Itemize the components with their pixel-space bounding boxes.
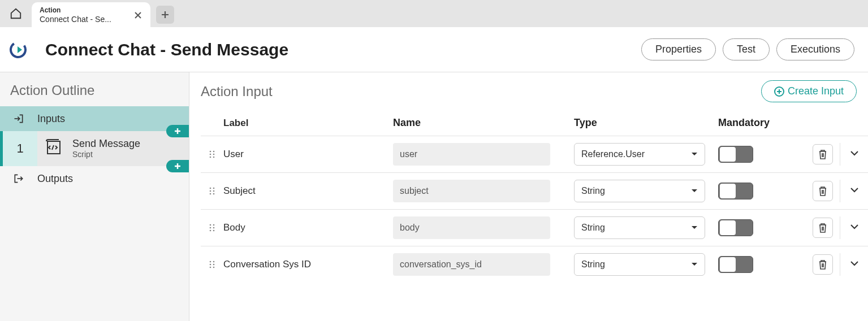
delete-row-button[interactable] xyxy=(813,218,833,238)
col-type: Type xyxy=(574,117,718,129)
row-type-select[interactable]: String xyxy=(574,253,705,276)
caret-down-icon xyxy=(691,262,698,267)
svg-point-23 xyxy=(213,264,215,266)
table-row: User Reference.User xyxy=(201,136,868,172)
mandatory-toggle[interactable] xyxy=(718,219,753,236)
tab-title: Connect Chat - Se... xyxy=(40,15,124,24)
outline-title: Action Outline xyxy=(0,72,189,106)
content: Action Outline Inputs 1 Send Message xyxy=(0,72,868,321)
svg-point-14 xyxy=(210,224,211,226)
expand-row-button[interactable] xyxy=(844,253,865,274)
svg-point-22 xyxy=(210,264,211,266)
drag-handle[interactable] xyxy=(201,150,223,158)
svg-point-13 xyxy=(213,193,215,195)
drag-icon xyxy=(209,150,215,158)
plus-icon xyxy=(174,127,182,135)
col-mandatory: Mandatory xyxy=(718,117,806,129)
plus-circle-icon xyxy=(774,86,784,97)
delete-row-button[interactable] xyxy=(813,181,833,201)
row-type-select[interactable]: String xyxy=(574,180,705,202)
row-label: User xyxy=(223,149,393,160)
sidebar-item-outputs[interactable]: Outputs xyxy=(0,166,189,191)
row-label: Subject xyxy=(223,185,393,197)
executions-button[interactable]: Executions xyxy=(776,38,854,60)
type-value: Reference.User xyxy=(581,149,645,159)
chevron-down-icon xyxy=(850,150,859,156)
properties-button[interactable]: Properties xyxy=(641,38,716,60)
svg-point-16 xyxy=(210,227,211,229)
table-row: Subject String xyxy=(201,172,868,209)
svg-point-6 xyxy=(210,157,211,158)
svg-point-10 xyxy=(210,190,211,192)
svg-point-15 xyxy=(213,224,215,226)
chevron-down-icon xyxy=(850,261,859,266)
sidebar-item-inputs[interactable]: Inputs xyxy=(0,106,189,131)
col-name: Name xyxy=(393,117,574,129)
svg-point-19 xyxy=(213,230,215,232)
svg-point-9 xyxy=(213,188,215,189)
step-title: Send Message xyxy=(72,138,140,150)
input-table: Label Name Type Mandatory User Reference… xyxy=(201,110,868,283)
tab-text: Action Connect Chat - Se... xyxy=(40,6,129,24)
svg-point-11 xyxy=(213,190,215,192)
row-type-select[interactable]: String xyxy=(574,216,705,239)
mandatory-toggle[interactable] xyxy=(718,183,753,199)
arrow-circle-icon xyxy=(9,41,27,59)
type-value: String xyxy=(581,223,605,233)
section-title: Action Input xyxy=(201,84,761,99)
home-button[interactable] xyxy=(5,2,27,25)
svg-point-5 xyxy=(213,154,215,155)
test-button[interactable]: Test xyxy=(723,38,770,60)
sidebar: Action Outline Inputs 1 Send Message xyxy=(0,72,189,321)
expand-row-button[interactable] xyxy=(844,216,865,237)
plus-icon xyxy=(161,10,170,19)
create-input-button[interactable]: Create Input xyxy=(761,80,857,102)
row-name-input[interactable] xyxy=(393,143,550,166)
drag-handle[interactable] xyxy=(201,224,223,232)
col-label: Label xyxy=(223,118,393,129)
outputs-label: Outputs xyxy=(37,173,73,185)
chevron-down-icon xyxy=(850,187,859,193)
drag-handle[interactable] xyxy=(201,261,223,268)
row-name-input[interactable] xyxy=(393,216,550,239)
sidebar-item-step[interactable]: 1 Send Message Script xyxy=(0,131,189,166)
row-name-input[interactable] xyxy=(393,180,550,202)
expand-row-button[interactable] xyxy=(844,143,865,163)
delete-row-button[interactable] xyxy=(813,144,833,164)
row-label: Body xyxy=(223,222,393,233)
svg-point-24 xyxy=(210,267,211,268)
drag-handle[interactable] xyxy=(201,187,223,195)
tab-action[interactable]: Action Connect Chat - Se... xyxy=(32,2,150,27)
expand-row-button[interactable] xyxy=(844,180,865,200)
trash-icon xyxy=(818,149,827,159)
row-name-input[interactable] xyxy=(393,253,550,276)
app-icon xyxy=(8,40,28,60)
mandatory-toggle[interactable] xyxy=(718,256,753,273)
svg-point-4 xyxy=(210,154,211,155)
drag-icon xyxy=(209,187,215,195)
step-subtitle: Script xyxy=(72,150,140,159)
caret-down-icon xyxy=(691,225,698,230)
add-step-before-button[interactable] xyxy=(166,125,189,137)
delete-row-button[interactable] xyxy=(813,254,833,275)
drag-icon xyxy=(209,224,215,232)
topbar: Action Connect Chat - Se... xyxy=(0,0,868,27)
row-type-select[interactable]: Reference.User xyxy=(574,143,705,166)
trash-icon xyxy=(818,259,827,270)
drag-icon xyxy=(209,261,215,268)
svg-point-7 xyxy=(213,157,215,158)
svg-point-2 xyxy=(210,151,211,153)
create-input-label: Create Input xyxy=(788,85,844,97)
output-icon xyxy=(13,173,24,184)
trash-icon xyxy=(818,223,827,233)
new-tab-button[interactable] xyxy=(156,6,174,24)
caret-down-icon xyxy=(691,152,698,157)
svg-point-21 xyxy=(213,261,215,263)
type-value: String xyxy=(581,259,605,270)
svg-point-17 xyxy=(213,227,215,229)
tab-close-button[interactable] xyxy=(132,10,144,21)
svg-point-20 xyxy=(210,261,211,263)
main-panel: Action Input Create Input Label Name Typ… xyxy=(189,72,868,321)
page-title: Connect Chat - Send Message xyxy=(45,40,634,59)
mandatory-toggle[interactable] xyxy=(718,146,753,163)
